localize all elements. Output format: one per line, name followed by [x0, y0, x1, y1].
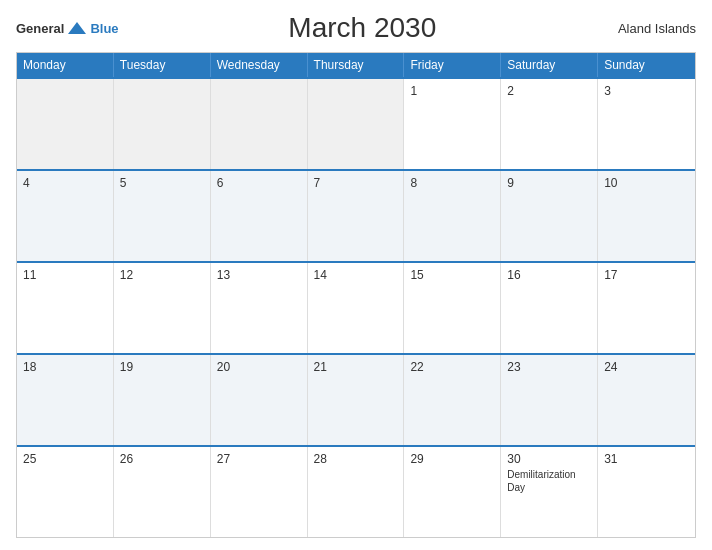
- day-number: 20: [217, 360, 301, 374]
- day-number: 17: [604, 268, 689, 282]
- logo: General Blue: [16, 20, 119, 36]
- week-row-4: 18192021222324: [17, 353, 695, 445]
- day-header-wednesday: Wednesday: [211, 53, 308, 77]
- day-number: 21: [314, 360, 398, 374]
- day-cell: 11: [17, 263, 114, 353]
- day-number: 19: [120, 360, 204, 374]
- day-cell: 1: [404, 79, 501, 169]
- day-cell: 20: [211, 355, 308, 445]
- day-header-monday: Monday: [17, 53, 114, 77]
- region-label: Aland Islands: [606, 21, 696, 36]
- event-label: Demilitarization Day: [507, 468, 591, 494]
- day-cell: 3: [598, 79, 695, 169]
- day-cell: 22: [404, 355, 501, 445]
- day-cell: 7: [308, 171, 405, 261]
- day-number: 30: [507, 452, 591, 466]
- day-cell: 19: [114, 355, 211, 445]
- day-number: 2: [507, 84, 591, 98]
- day-cell: 10: [598, 171, 695, 261]
- day-cell: 27: [211, 447, 308, 537]
- day-headers-row: MondayTuesdayWednesdayThursdayFridaySatu…: [17, 53, 695, 77]
- day-cell: [211, 79, 308, 169]
- day-cell: 24: [598, 355, 695, 445]
- day-cell: 15: [404, 263, 501, 353]
- day-cell: 28: [308, 447, 405, 537]
- svg-marker-0: [68, 22, 86, 34]
- day-cell: 9: [501, 171, 598, 261]
- week-row-5: 252627282930Demilitarization Day31: [17, 445, 695, 537]
- page-title: March 2030: [119, 12, 606, 44]
- day-number: 11: [23, 268, 107, 282]
- day-number: 22: [410, 360, 494, 374]
- day-number: 18: [23, 360, 107, 374]
- day-cell: 30Demilitarization Day: [501, 447, 598, 537]
- page-header: General Blue March 2030 Aland Islands: [16, 12, 696, 44]
- day-cell: 18: [17, 355, 114, 445]
- day-number: 10: [604, 176, 689, 190]
- day-header-thursday: Thursday: [308, 53, 405, 77]
- logo-general-text: General: [16, 21, 64, 36]
- day-number: 5: [120, 176, 204, 190]
- logo-icon: [66, 20, 88, 36]
- day-cell: 4: [17, 171, 114, 261]
- weeks-container: 1234567891011121314151617181920212223242…: [17, 77, 695, 537]
- day-cell: 5: [114, 171, 211, 261]
- week-row-1: 123: [17, 77, 695, 169]
- day-number: 25: [23, 452, 107, 466]
- day-number: 23: [507, 360, 591, 374]
- day-number: 12: [120, 268, 204, 282]
- day-number: 29: [410, 452, 494, 466]
- day-number: 7: [314, 176, 398, 190]
- day-cell: 13: [211, 263, 308, 353]
- day-cell: 31: [598, 447, 695, 537]
- day-number: 31: [604, 452, 689, 466]
- day-number: 26: [120, 452, 204, 466]
- day-number: 28: [314, 452, 398, 466]
- day-number: 3: [604, 84, 689, 98]
- day-number: 9: [507, 176, 591, 190]
- day-number: 14: [314, 268, 398, 282]
- day-number: 13: [217, 268, 301, 282]
- day-number: 4: [23, 176, 107, 190]
- calendar-page: General Blue March 2030 Aland Islands Mo…: [0, 0, 712, 550]
- day-cell: 29: [404, 447, 501, 537]
- day-cell: 8: [404, 171, 501, 261]
- day-cell: [17, 79, 114, 169]
- day-number: 8: [410, 176, 494, 190]
- day-number: 6: [217, 176, 301, 190]
- day-header-sunday: Sunday: [598, 53, 695, 77]
- day-cell: 14: [308, 263, 405, 353]
- day-header-tuesday: Tuesday: [114, 53, 211, 77]
- day-number: 16: [507, 268, 591, 282]
- week-row-3: 11121314151617: [17, 261, 695, 353]
- day-cell: 25: [17, 447, 114, 537]
- week-row-2: 45678910: [17, 169, 695, 261]
- day-cell: 2: [501, 79, 598, 169]
- day-header-saturday: Saturday: [501, 53, 598, 77]
- day-number: 24: [604, 360, 689, 374]
- day-cell: 17: [598, 263, 695, 353]
- day-cell: 26: [114, 447, 211, 537]
- day-cell: 12: [114, 263, 211, 353]
- day-cell: 21: [308, 355, 405, 445]
- day-number: 1: [410, 84, 494, 98]
- day-cell: [308, 79, 405, 169]
- day-number: 27: [217, 452, 301, 466]
- day-header-friday: Friday: [404, 53, 501, 77]
- logo-blue-text: Blue: [90, 21, 118, 36]
- day-cell: [114, 79, 211, 169]
- day-number: 15: [410, 268, 494, 282]
- day-cell: 6: [211, 171, 308, 261]
- day-cell: 16: [501, 263, 598, 353]
- calendar-grid: MondayTuesdayWednesdayThursdayFridaySatu…: [16, 52, 696, 538]
- day-cell: 23: [501, 355, 598, 445]
